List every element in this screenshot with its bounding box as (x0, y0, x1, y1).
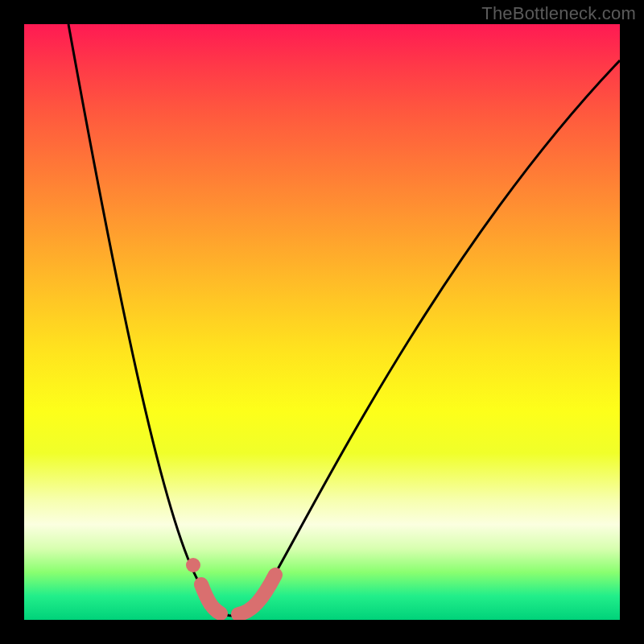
plot-area (24, 24, 620, 620)
bottleneck-curve (68, 24, 620, 616)
marker-left-stroke (201, 584, 221, 613)
chart-svg (24, 24, 620, 620)
marker-right-stroke (238, 575, 275, 614)
watermark-text: TheBottleneck.com (481, 3, 636, 24)
marker-dot-left (186, 558, 200, 572)
chart-frame: TheBottleneck.com (0, 0, 644, 644)
